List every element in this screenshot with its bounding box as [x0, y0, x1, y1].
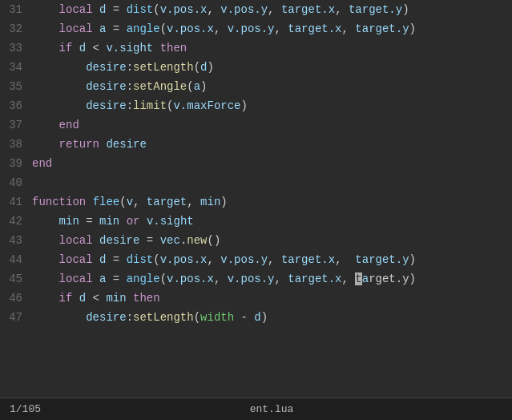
line-content: end	[32, 119, 79, 131]
line-content: end	[32, 157, 52, 170]
line-number: 47	[3, 311, 32, 324]
code-line: 37 end	[0, 115, 512, 135]
line-content: if d < min then	[32, 292, 160, 305]
code-line: 45 local a = angle(v.pos.x, v.pos.y, tar…	[0, 269, 512, 289]
code-line: 34 desire:setLength(d)	[0, 58, 512, 77]
line-content: desire:setLength(width - d)	[32, 311, 268, 324]
cursor-position: 1/105	[10, 403, 41, 415]
line-number: 43	[3, 234, 32, 247]
code-line: 31 local d = dist(v.pos.x, v.pos.y, targ…	[0, 0, 512, 19]
line-number: 40	[3, 176, 32, 189]
line-content: min = min or v.sight	[32, 215, 194, 228]
line-number: 37	[3, 119, 32, 131]
line-content: local a = angle(v.pos.x, v.pos.y, target…	[32, 273, 416, 285]
line-number: 44	[3, 253, 32, 266]
code-editor[interactable]: 31 local d = dist(v.pos.x, v.pos.y, targ…	[0, 0, 512, 398]
line-number: 31	[3, 3, 32, 16]
line-number: 38	[3, 138, 32, 151]
code-line: 33 if d < v.sight then	[0, 38, 512, 58]
code-line: 43 local desire = vec.new()	[0, 231, 512, 250]
line-number: 33	[3, 42, 32, 55]
filename: ent.lua	[250, 403, 294, 415]
status-bar: 1/105 ent.lua	[0, 398, 512, 420]
code-line: 36 desire:limit(v.maxForce)	[0, 96, 512, 115]
line-content: if d < v.sight then	[32, 42, 187, 55]
line-content: desire:setLength(d)	[32, 61, 214, 74]
line-content: function flee(v, target, min)	[32, 196, 228, 208]
code-line: 38 return desire	[0, 135, 512, 154]
line-number: 45	[3, 273, 32, 285]
line-content: desire:setAngle(a)	[32, 80, 207, 93]
line-number: 41	[3, 196, 32, 208]
code-line: 46 if d < min then	[0, 289, 512, 308]
line-content: local d = dist(v.pos.x, v.pos.y, target.…	[32, 253, 416, 266]
line-number: 35	[3, 80, 32, 93]
line-content: return desire	[32, 138, 147, 151]
line-number: 46	[3, 292, 32, 305]
line-number: 34	[3, 61, 32, 74]
line-content: local a = angle(v.pos.x, v.pos.y, target…	[32, 22, 416, 35]
line-number: 36	[3, 99, 32, 112]
code-line: 41function flee(v, target, min)	[0, 192, 512, 212]
code-line: 42 min = min or v.sight	[0, 212, 512, 231]
code-line: 39end	[0, 154, 512, 173]
line-number: 32	[3, 22, 32, 35]
line-content: local d = dist(v.pos.x, v.pos.y, target.…	[32, 3, 409, 16]
line-content	[32, 176, 38, 189]
code-line: 47 desire:setLength(width - d)	[0, 308, 512, 327]
line-number: 39	[3, 157, 32, 170]
code-line: 40	[0, 173, 512, 192]
line-number: 42	[3, 215, 32, 228]
line-content: desire:limit(v.maxForce)	[32, 99, 248, 112]
code-line: 44 local d = dist(v.pos.x, v.pos.y, targ…	[0, 250, 512, 269]
code-line: 35 desire:setAngle(a)	[0, 77, 512, 96]
code-line: 32 local a = angle(v.pos.x, v.pos.y, tar…	[0, 19, 512, 38]
line-content: local desire = vec.new()	[32, 234, 220, 247]
